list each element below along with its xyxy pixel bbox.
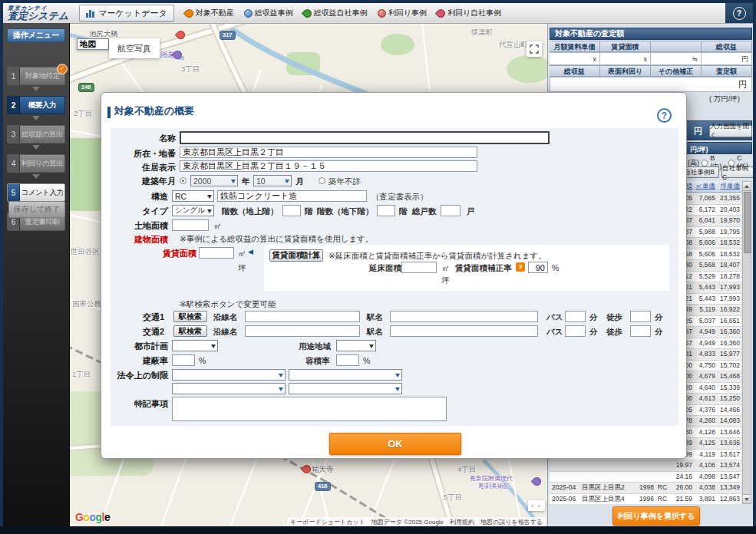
modal-help-button[interactable]: ?	[657, 108, 672, 123]
cell-address: 目黒区上目黒4	[582, 494, 634, 505]
land-area-input[interactable]	[172, 219, 209, 231]
rent-area-input[interactable]	[199, 247, 234, 259]
station-search-button-2[interactable]: 駅検索	[173, 325, 207, 337]
cell-structure: RC	[654, 483, 671, 493]
city-plan-label: 都市計画	[101, 341, 168, 352]
station-input-2[interactable]	[390, 325, 538, 337]
rent-area-calc-button[interactable]: 賃貸面積計算	[269, 249, 323, 262]
scroll-down-button[interactable]	[743, 494, 751, 503]
scrollbar-thumb[interactable]	[744, 192, 751, 253]
yen-fragment: 円	[694, 126, 702, 137]
save-and-exit-button[interactable]: 保存して終了	[8, 201, 65, 218]
attribution-link[interactable]: 利用規約	[450, 518, 474, 526]
zoning-select[interactable]	[336, 340, 376, 351]
legend-item: 対象不動産	[185, 8, 234, 18]
legal-select-4[interactable]	[289, 383, 402, 394]
header-tsubo-price[interactable]: 坪単価	[715, 181, 741, 192]
sidebar-step: 4 利回りの算出 ✓	[7, 154, 65, 183]
open-input-screen-button[interactable]: 入力画面を開く	[709, 125, 752, 137]
station-input-1[interactable]	[390, 311, 538, 322]
built-year-select[interactable]: 2000	[190, 175, 238, 186]
case-table-row[interactable]: 2025-04 目黒区上目黒2 1998 RC 26.00 4,038 13,3…	[550, 483, 741, 494]
sidebar-step-button[interactable]: 3 総収益の算出 ✓	[7, 125, 65, 143]
grade-b-radio[interactable]	[702, 160, 708, 166]
floor-unit: 階	[305, 206, 313, 217]
step-done-check-icon: ✓	[57, 64, 68, 74]
legal-select-2[interactable]	[289, 369, 402, 381]
sidebar-step-button[interactable]: 4 利回りの算出 ✓	[7, 154, 65, 173]
dropdown-arrow-icon	[369, 344, 374, 351]
attribution-link[interactable]: キーボードショートカット	[290, 518, 365, 526]
attribution-link[interactable]: 地図の誤りを報告する	[480, 518, 543, 526]
ok-button[interactable]: OK	[329, 433, 461, 455]
global-help-button[interactable]: ?	[725, 3, 753, 23]
notes-textarea[interactable]	[172, 397, 447, 421]
legal-select-1[interactable]	[172, 369, 286, 381]
case-table-row[interactable]: 24.16 4,098 13,547	[550, 472, 741, 483]
built-month-select[interactable]: 10	[253, 175, 292, 186]
cell-area: 21.59	[671, 494, 692, 505]
frame-edge-left	[0, 0, 3, 534]
scroll-up-button[interactable]	[743, 182, 751, 191]
sidebar-step-button[interactable]: 1 対象地特定 ✓	[7, 67, 65, 85]
cell-sqm-price: 4,833	[692, 349, 715, 360]
cell-sqm-price: 5,606	[692, 249, 715, 260]
correction-help-icon[interactable]: ?	[516, 262, 525, 272]
correction-rate-input[interactable]	[528, 262, 548, 273]
month-suffix: 月	[295, 176, 304, 187]
coverage-input[interactable]	[172, 354, 195, 366]
address-input[interactable]	[180, 160, 477, 172]
walk-min-unit-2: 分	[655, 327, 663, 338]
cell-structure	[654, 460, 671, 471]
cell-structure: RC	[654, 494, 671, 505]
structure-text-input[interactable]	[217, 190, 367, 202]
far-input[interactable]	[336, 354, 359, 366]
location-input[interactable]	[180, 147, 477, 158]
map-fullscreen-button[interactable]	[527, 41, 542, 57]
bus-min-input-2[interactable]	[565, 325, 586, 337]
attribution-link[interactable]: 地図データ ©2025 Google	[371, 518, 444, 526]
legal-select-3[interactable]	[172, 383, 286, 394]
line-input-2[interactable]	[245, 325, 360, 337]
market-data-button[interactable]: マーケットデータ	[79, 5, 174, 21]
total-floor-input[interactable]	[401, 262, 437, 273]
total-units-input[interactable]	[441, 205, 461, 216]
city-plan-select[interactable]	[172, 340, 218, 351]
floors-below-label: 階数（地下階）	[317, 206, 374, 217]
legend-item: 利回り自社事例	[437, 8, 501, 18]
line-input-1[interactable]	[245, 311, 360, 322]
type-select[interactable]: シングル	[172, 205, 214, 216]
built-year-radio[interactable]	[180, 177, 187, 184]
cell-tsubo-price: 13,547	[715, 472, 741, 483]
floors-below-input[interactable]	[377, 205, 395, 216]
cell-tsubo-price: 19,970	[715, 216, 741, 226]
cell-tsubo-price: 17,993	[715, 294, 741, 305]
walk-min-input-2[interactable]	[630, 325, 651, 337]
own-case-c-button[interactable]: 自社事例C	[721, 166, 754, 178]
station-search-button-1[interactable]: 駅検索	[173, 311, 207, 322]
sidebar-step-button[interactable]: 2 概要入力 ✓	[7, 96, 65, 114]
structure-select[interactable]: RC	[172, 190, 214, 202]
cell-sqm-price: 4,106	[692, 460, 715, 471]
cell-sqm-price: 3,891	[692, 494, 715, 505]
cell-date: 2025-04	[550, 483, 582, 493]
bus-label-1: バス	[546, 312, 563, 323]
bus-min-input-1[interactable]	[565, 311, 586, 322]
case-table-row[interactable]: 19.97 4,106 13,574	[550, 460, 741, 472]
name-input[interactable]	[180, 131, 550, 144]
map-type-button-map[interactable]: 地図	[77, 38, 109, 50]
unknown-year-radio[interactable]	[319, 177, 325, 184]
sidebar-step-button[interactable]: 5 コメント入力 ✓	[7, 183, 65, 202]
floors-above-input[interactable]	[282, 205, 301, 216]
header-sqm-price[interactable]: ㎡単価	[692, 181, 715, 192]
map-collapsed-control[interactable]: ‹ ›	[528, 500, 545, 511]
walk-min-input-1[interactable]	[630, 311, 651, 322]
step-number: 5	[8, 184, 20, 201]
table-scrollbar[interactable]	[742, 181, 751, 504]
legend-marker-icon	[301, 7, 313, 19]
case-table-row[interactable]: 2025-06 目黒区上目黒4 1996 RC 21.59 3,891 12,8…	[550, 494, 741, 505]
step-number: 4	[8, 155, 20, 172]
map-type-button-satellite[interactable]: 航空写真	[109, 38, 160, 58]
modal-title: 対象不動産の概要	[114, 104, 194, 118]
select-yield-case-button[interactable]: 利回り事例を選択する	[612, 506, 700, 526]
